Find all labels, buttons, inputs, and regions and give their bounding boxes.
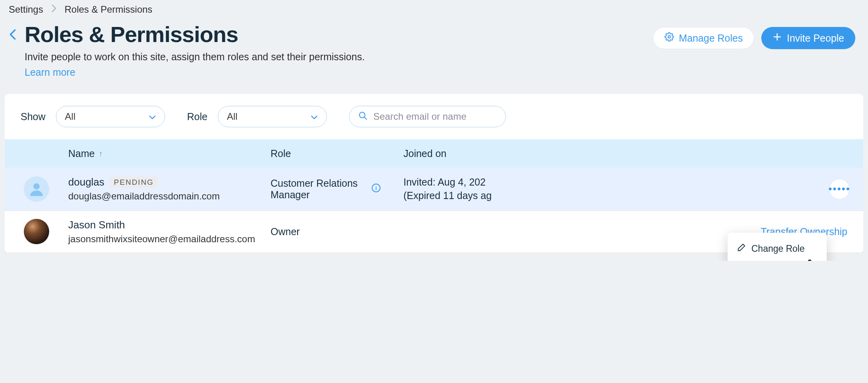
show-filter-label: Show — [21, 111, 46, 123]
row-actions-menu: Change Role Resend Invite Get Invite Lin… — [728, 233, 827, 261]
filters-bar: Show All Role All — [5, 94, 863, 139]
table-header: Name ↑ Role Joined on — [5, 139, 863, 168]
user-role: Owner — [271, 226, 300, 237]
role-filter-label: Role — [187, 111, 207, 123]
back-button[interactable] — [9, 21, 17, 43]
manage-roles-label: Manage Roles — [679, 33, 743, 44]
show-filter-select[interactable]: All — [56, 106, 165, 127]
page-subtitle: Invite people to work on this site, assi… — [25, 51, 645, 63]
menu-item-resend-invite[interactable]: Resend Invite — [728, 259, 827, 261]
joined-invited-date: Invited: Aug 4, 202 — [403, 176, 816, 189]
user-name: douglas — [68, 176, 104, 188]
manage-roles-button[interactable]: Manage Roles — [653, 27, 754, 49]
plus-icon — [772, 32, 782, 44]
info-icon[interactable] — [371, 183, 381, 195]
table-row: douglas PENDING douglas@emailaddressdoma… — [5, 168, 863, 211]
role-filter-value: All — [227, 111, 238, 122]
column-header-role[interactable]: Role — [271, 148, 403, 159]
invite-people-label: Invite People — [787, 33, 844, 44]
breadcrumb-current: Roles & Permissions — [65, 4, 152, 15]
avatar — [24, 219, 49, 244]
avatar — [24, 176, 49, 202]
user-email: douglas@emailaddressdomain.com — [68, 191, 271, 202]
user-name: Jason Smith — [68, 219, 125, 231]
chevron-right-icon — [51, 4, 57, 15]
svg-point-2 — [33, 183, 40, 190]
pencil-icon — [737, 243, 746, 254]
role-filter-select[interactable]: All — [218, 106, 327, 127]
user-email: jasonsmithwixsiteowner@emailaddress.com — [68, 234, 271, 245]
invite-people-button[interactable]: Invite People — [761, 27, 855, 49]
gear-icon — [664, 32, 674, 44]
menu-item-change-role[interactable]: Change Role — [728, 238, 827, 259]
learn-more-link[interactable]: Learn more — [25, 67, 75, 78]
joined-expired-note: (Expired 11 days ag — [403, 189, 816, 203]
status-badge: PENDING — [110, 177, 158, 188]
breadcrumb-root[interactable]: Settings — [9, 4, 43, 15]
breadcrumb: Settings Roles & Permissions — [0, 0, 868, 19]
collaborators-card: Show All Role All — [5, 94, 863, 253]
column-header-name[interactable]: Name ↑ — [68, 148, 271, 159]
sort-ascending-icon: ↑ — [99, 149, 103, 158]
column-header-joined[interactable]: Joined on — [403, 148, 816, 159]
chevron-down-icon — [149, 111, 156, 122]
page-title: Roles & Permissions — [25, 21, 645, 47]
chevron-down-icon — [311, 111, 318, 122]
search-icon — [358, 111, 368, 122]
svg-point-0 — [668, 36, 670, 38]
row-actions-button[interactable]: ••••• — [829, 179, 850, 199]
search-input[interactable] — [373, 111, 497, 122]
show-filter-value: All — [65, 111, 76, 122]
user-role: Customer Relations Manager — [271, 178, 366, 201]
search-field[interactable] — [349, 106, 506, 127]
